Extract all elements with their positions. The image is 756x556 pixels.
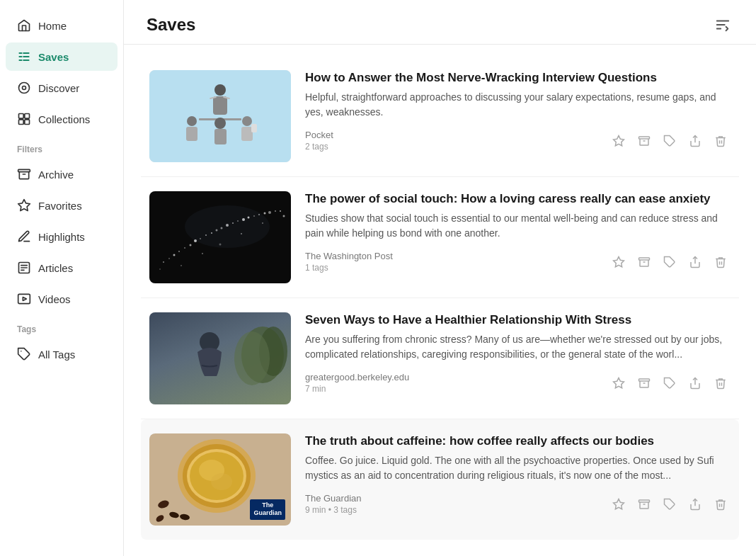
delete-button[interactable] <box>711 252 731 272</box>
svg-point-40 <box>163 261 164 263</box>
share-button[interactable] <box>685 252 705 272</box>
sidebar-nav-home[interactable]: Home <box>6 11 118 40</box>
svg-point-29 <box>187 116 197 126</box>
article-source: The Guardian 9 min • 3 tags <box>305 493 362 515</box>
svg-point-7 <box>23 86 26 90</box>
sidebar-filter-articles[interactable]: Articles <box>6 254 118 282</box>
article-meta: The Guardian 9 min • 3 tags <box>305 493 731 515</box>
archive-button[interactable] <box>634 373 654 393</box>
table-row[interactable]: Seven Ways to Have a Healthier Relations… <box>141 298 739 419</box>
svg-point-92 <box>179 514 190 521</box>
article-content: Seven Ways to Have a Healthier Relations… <box>305 312 731 394</box>
main-header: Saves <box>124 0 756 45</box>
sidebar-nav-saves[interactable]: Saves <box>6 42 118 71</box>
share-button[interactable] <box>685 373 705 393</box>
sidebar-filter-favorites[interactable]: Favorites <box>6 191 118 220</box>
svg-rect-35 <box>251 124 257 132</box>
svg-rect-34 <box>241 127 253 141</box>
favorite-button[interactable] <box>609 131 629 151</box>
highlights-icon <box>17 229 31 244</box>
archive-button[interactable] <box>634 252 654 272</box>
article-actions <box>609 131 731 151</box>
article-content: How to Answer the Most Nerve-Wracking In… <box>305 70 731 152</box>
svg-rect-32 <box>214 129 227 144</box>
article-thumbnail: The Guardian <box>149 433 291 526</box>
delete-button[interactable] <box>711 373 731 393</box>
sidebar-nav-collections[interactable]: Collections <box>6 105 118 133</box>
svg-point-89 <box>157 499 170 510</box>
sidebar-label-collections: Collections <box>38 113 90 125</box>
home-icon <box>17 18 31 33</box>
source-name: The Guardian <box>305 493 362 504</box>
sort-button[interactable] <box>712 14 733 35</box>
source-detail: 2 tags <box>305 142 333 152</box>
svg-rect-11 <box>25 120 30 125</box>
svg-rect-8 <box>19 114 24 119</box>
svg-marker-93 <box>614 499 624 509</box>
svg-rect-25 <box>213 96 227 115</box>
source-detail: 7 min <box>305 384 409 394</box>
svg-point-90 <box>168 511 180 518</box>
table-row[interactable]: The Guardian The truth about caffeine: h… <box>141 419 739 540</box>
delete-button[interactable] <box>711 494 731 514</box>
sidebar-filter-highlights[interactable]: Highlights <box>6 222 118 251</box>
archive-button[interactable] <box>634 131 654 151</box>
svg-rect-72 <box>639 258 650 260</box>
sidebar-label-highlights: Highlights <box>38 231 85 243</box>
tag-icon <box>17 347 31 361</box>
svg-point-70 <box>185 205 270 248</box>
favorite-button[interactable] <box>609 373 629 393</box>
svg-rect-12 <box>18 169 30 171</box>
sidebar-filter-videos[interactable]: Videos <box>6 285 118 313</box>
sidebar-nav-discover[interactable]: Discover <box>6 74 118 102</box>
sidebar-label-archive: Archive <box>38 169 74 181</box>
svg-point-54 <box>190 244 192 246</box>
discover-icon <box>17 81 31 95</box>
article-excerpt: Coffee. Go juice. Liquid gold. The one w… <box>305 453 731 483</box>
article-excerpt: Studies show that social touch is essent… <box>305 211 731 241</box>
article-title: How to Answer the Most Nerve-Wracking In… <box>305 70 731 86</box>
share-button[interactable] <box>685 494 705 514</box>
svg-point-41 <box>173 254 176 256</box>
sidebar-label-saves: Saves <box>38 51 69 63</box>
article-thumbnail <box>149 191 291 283</box>
article-meta: Pocket 2 tags <box>305 130 731 152</box>
svg-rect-30 <box>186 127 197 141</box>
tag-button[interactable] <box>660 494 680 514</box>
article-thumbnail <box>149 312 291 404</box>
sidebar-filter-archive[interactable]: Archive <box>6 160 118 188</box>
svg-rect-37 <box>639 137 650 139</box>
sidebar-label-videos: Videos <box>38 293 71 305</box>
svg-rect-9 <box>25 114 30 119</box>
sidebar-label-discover: Discover <box>38 82 79 94</box>
favorite-button[interactable] <box>609 252 629 272</box>
archive-button[interactable] <box>634 494 654 514</box>
article-meta: The Washington Post 1 tags <box>305 251 731 273</box>
article-title: Seven Ways to Have a Healthier Relations… <box>305 312 731 328</box>
svg-marker-19 <box>23 297 26 301</box>
sidebar-label-articles: Articles <box>38 262 73 274</box>
sidebar-tag-all[interactable]: All Tags <box>6 340 118 368</box>
svg-marker-79 <box>614 378 624 387</box>
delete-button[interactable] <box>711 131 731 151</box>
tag-button[interactable] <box>660 373 680 393</box>
svg-point-65 <box>202 253 203 254</box>
videos-icon <box>17 292 31 306</box>
filters-section-label: Filters <box>0 136 123 157</box>
sidebar-label-favorites: Favorites <box>38 200 82 212</box>
favorite-button[interactable] <box>609 494 629 514</box>
svg-rect-80 <box>639 379 650 381</box>
article-source: Pocket 2 tags <box>305 130 333 152</box>
share-button[interactable] <box>685 131 705 151</box>
main-content: Saves <box>124 0 756 556</box>
table-row[interactable]: The power of social touch: How a loving … <box>141 177 739 298</box>
source-detail: 1 tags <box>305 263 393 273</box>
svg-point-91 <box>155 514 165 523</box>
table-row[interactable]: How to Answer the Most Nerve-Wracking In… <box>141 56 739 177</box>
article-content: The truth about caffeine: how coffee rea… <box>305 433 731 515</box>
svg-point-63 <box>159 268 161 270</box>
archive-icon <box>17 167 31 181</box>
svg-point-51 <box>280 210 281 212</box>
tag-button[interactable] <box>660 131 680 151</box>
tag-button[interactable] <box>660 252 680 272</box>
